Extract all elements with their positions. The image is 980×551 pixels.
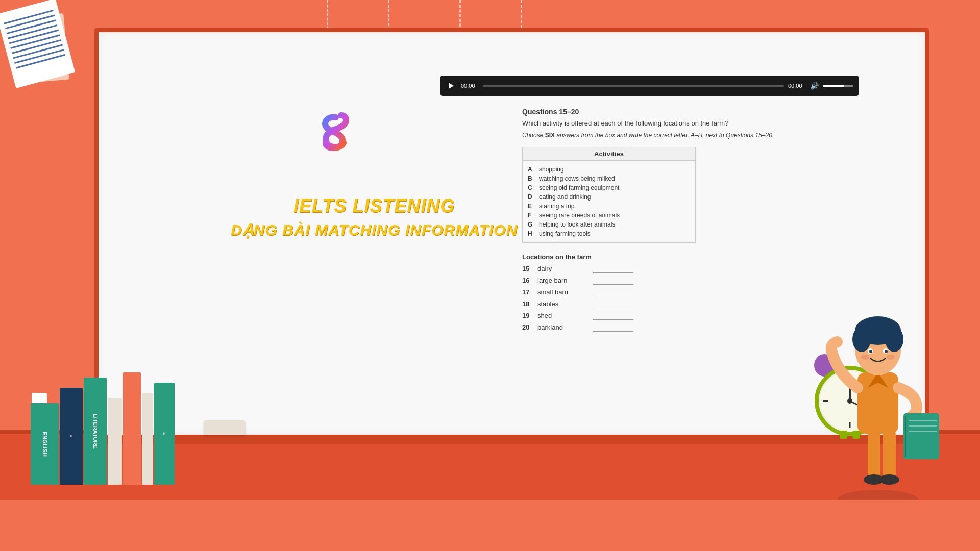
activity-letter: D <box>528 193 535 201</box>
activity-item: Deating and drinking <box>528 192 690 202</box>
activity-item: Cseeing old farming equipment <box>528 183 690 192</box>
location-row: 15 dairy <box>522 265 853 273</box>
location-answer <box>593 312 633 320</box>
svg-point-36 <box>887 355 895 360</box>
activities-list: AshoppingBwatching cows being milkedCsee… <box>523 161 695 242</box>
audio-player: 00:00 00:00 🔊 <box>440 76 859 96</box>
activity-letter: F <box>528 212 535 219</box>
activity-item: Fseeing rare breeds of animals <box>528 211 690 220</box>
location-row: 17 small barn <box>522 288 853 296</box>
locations-title: Locations on the farm <box>522 253 853 261</box>
volume-bar[interactable] <box>823 85 853 87</box>
locations-list: 15 dairy 16 large barn 17 small barn 18 … <box>522 265 853 332</box>
person-illustration <box>806 255 949 500</box>
activity-letter: G <box>528 221 535 228</box>
question-sub-instruction: Choose SIX answers from the box and writ… <box>522 131 853 140</box>
activity-text: seeing rare breeds of animals <box>539 212 620 219</box>
location-number: 17 <box>522 288 533 296</box>
questions-range: Questions 15–20 <box>522 108 853 116</box>
activity-text: watching cows being milked <box>539 175 615 182</box>
activity-letter: H <box>528 230 535 237</box>
location-answer <box>593 277 633 285</box>
location-number: 20 <box>522 323 533 331</box>
location-number: 15 <box>522 265 533 272</box>
activity-text: seeing old farming equipment <box>539 184 619 191</box>
location-name: large barn <box>537 277 589 284</box>
svg-point-13 <box>837 490 919 500</box>
volume-icon: 🔊 <box>810 82 819 90</box>
time-total: 00:00 <box>788 83 806 89</box>
eraser <box>204 420 245 435</box>
questions-area: Questions 15–20 Which activity is offere… <box>522 108 853 335</box>
logo-area <box>308 106 369 167</box>
svg-point-33 <box>885 350 888 353</box>
location-number: 16 <box>522 277 533 284</box>
location-answer <box>593 265 633 273</box>
book-item: ≡ <box>60 388 83 485</box>
location-row: 16 large barn <box>522 277 853 285</box>
book-item <box>108 398 122 485</box>
svg-point-29 <box>885 327 903 352</box>
locations-section: Locations on the farm 15 dairy 16 large … <box>522 253 853 332</box>
svg-rect-14 <box>868 429 880 480</box>
activity-letter: C <box>528 184 535 191</box>
title-line1: IELTS LISTENING <box>226 195 522 217</box>
sub-instruction-suffix: answers from the box and write the corre… <box>555 132 774 139</box>
activity-text: helping to look after animals <box>539 221 615 228</box>
activity-item: Estarting a trip <box>528 202 690 211</box>
activity-text: shopping <box>539 166 564 173</box>
location-answer <box>593 323 633 332</box>
question-instruction: Which activity is offered at each of the… <box>522 119 853 128</box>
svg-point-32 <box>869 350 872 353</box>
dashed-line-2 <box>388 0 389 31</box>
activity-text: using farming tools <box>539 230 591 237</box>
sub-instruction-prefix: Choose <box>522 132 545 139</box>
sub-instruction-bold: SIX <box>545 132 555 139</box>
title-line2: DẠNG BÀI MATCHING INFORMATION <box>226 221 522 239</box>
activities-header: Activities <box>523 147 695 161</box>
dashed-line-4 <box>521 0 522 28</box>
activity-text: eating and drinking <box>539 193 591 201</box>
svg-point-34 <box>832 337 840 345</box>
location-row: 20 parkland <box>522 323 853 332</box>
book-item: LITERATURE <box>84 378 107 485</box>
location-answer <box>593 288 633 296</box>
svg-point-35 <box>861 355 869 360</box>
book-item <box>123 372 141 485</box>
progress-bar[interactable] <box>483 85 784 87</box>
book-item <box>142 393 153 485</box>
book-item: ENGLISH <box>31 403 59 485</box>
location-name: parkland <box>537 323 589 331</box>
location-name: shed <box>537 312 589 319</box>
activity-item: Husing farming tools <box>528 229 690 238</box>
location-number: 19 <box>522 312 533 319</box>
logo-svg <box>308 106 359 157</box>
location-number: 18 <box>522 300 533 308</box>
location-answer <box>593 300 633 308</box>
activity-letter: A <box>528 166 535 173</box>
books-area: ENGLISH≡LITERATURE≡ <box>31 372 175 485</box>
svg-rect-20 <box>903 413 939 459</box>
activity-letter: B <box>528 175 535 182</box>
svg-point-17 <box>879 474 899 485</box>
play-button[interactable] <box>446 80 457 91</box>
svg-rect-15 <box>883 429 896 480</box>
location-row: 19 shed <box>522 312 853 320</box>
activity-item: Ashopping <box>528 165 690 174</box>
activity-letter: E <box>528 203 535 210</box>
location-name: stables <box>537 300 589 308</box>
book-item: ≡ <box>154 383 175 485</box>
person-svg <box>806 255 949 500</box>
activity-item: Ghelping to look after animals <box>528 220 690 229</box>
title-area: IELTS LISTENING DẠNG BÀI MATCHING INFORM… <box>226 195 522 239</box>
whiteboard: 00:00 00:00 🔊 IELTS LISTENING DẠNG BÀI M… <box>94 28 929 439</box>
paper-decoration <box>0 0 75 88</box>
location-row: 18 stables <box>522 300 853 308</box>
time-current: 00:00 <box>461 83 479 89</box>
activities-box: Activities AshoppingBwatching cows being… <box>522 147 696 243</box>
location-name: small barn <box>537 288 589 296</box>
svg-point-28 <box>852 327 871 352</box>
location-name: dairy <box>537 265 589 272</box>
svg-rect-21 <box>905 416 906 457</box>
activity-text: starting a trip <box>539 203 574 210</box>
